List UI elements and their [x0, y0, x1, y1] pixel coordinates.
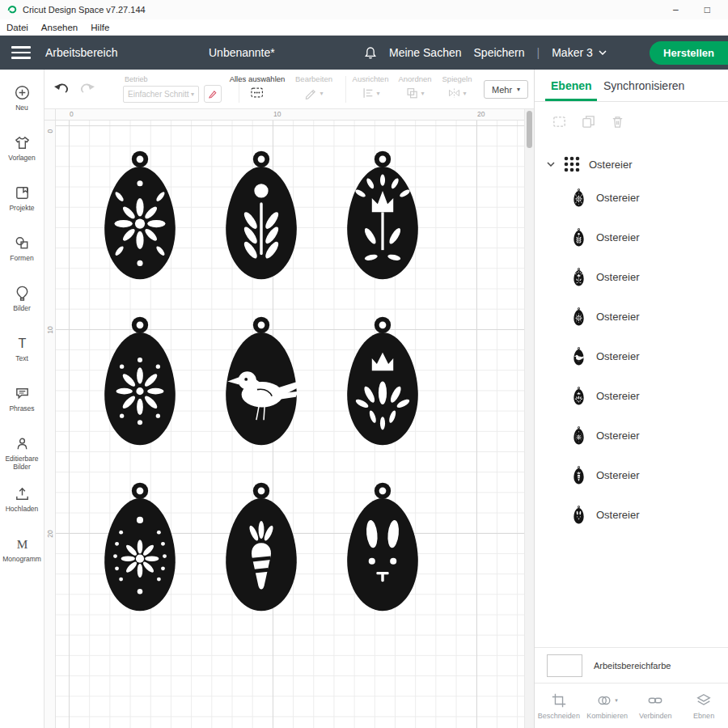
canvas-egg-tulip-teardrops[interactable]	[333, 315, 432, 454]
select-all-icon	[250, 87, 265, 99]
layer-group-ostereier[interactable]: Ostereier	[535, 150, 728, 178]
layer-row[interactable]: Ostereier	[535, 455, 728, 495]
arrange-menu-button[interactable]: Anordnen ▾	[398, 74, 431, 99]
sidebar-item-phrases[interactable]: Phrases	[0, 380, 44, 430]
chevron-down-icon: ▾	[191, 91, 194, 98]
hamburger-menu-icon[interactable]	[11, 46, 31, 59]
canvas-egg-flower-burst[interactable]	[91, 150, 189, 288]
canvas-vertical-scrollbar[interactable]	[524, 109, 534, 728]
canvas-egg-snowflake[interactable]	[91, 315, 189, 454]
tshirt-icon	[14, 134, 31, 151]
layer-row[interactable]: Ostereier	[535, 218, 728, 257]
more-button[interactable]: Mehr ▾	[484, 80, 528, 99]
sidebar-item-text[interactable]: T Text	[0, 330, 44, 380]
layers-panel: Ebenen Synchronisieren Ostereier Osterei…	[534, 70, 728, 728]
speech-bubble-icon	[14, 385, 31, 402]
trash-icon[interactable]	[610, 114, 625, 129]
tab-ebenen[interactable]: Ebenen	[551, 79, 592, 92]
window-minimize-button[interactable]: –	[673, 0, 679, 19]
layer-actions: Beschneiden ▾ Kombinieren Verbinden Ebne…	[535, 683, 728, 728]
mirror-icon	[447, 87, 460, 99]
layer-row[interactable]: Ostereier	[535, 376, 728, 416]
canvas-egg-bunny[interactable]	[333, 481, 432, 620]
window-maximize-button[interactable]: □	[705, 0, 710, 19]
undo-button[interactable]	[54, 81, 70, 94]
workspace-color-swatch[interactable]	[547, 654, 582, 677]
slice-button[interactable]: Beschneiden	[535, 684, 583, 728]
select-all-button[interactable]: Alles auswählen	[230, 74, 286, 99]
sidebar-item-monogramm[interactable]: M Monogramm	[0, 531, 44, 581]
bell-icon[interactable]	[364, 46, 377, 60]
operation-dropdown[interactable]: Einfacher Schnitt ▾	[123, 86, 199, 103]
duplicate-icon[interactable]	[581, 114, 596, 129]
canvas-egg-leaf-sprig[interactable]	[212, 150, 311, 288]
ruler-corner	[44, 109, 56, 121]
link-icon	[647, 692, 663, 709]
pen-color-button[interactable]	[204, 85, 222, 103]
make-it-button[interactable]: Herstellen	[650, 41, 728, 65]
group-select-icon[interactable]	[552, 114, 567, 129]
sidebar-item-vorlagen[interactable]: Vorlagen	[0, 129, 44, 180]
tab-synchronisieren[interactable]: Synchronisieren	[603, 79, 684, 92]
canvas-egg-tulip[interactable]	[333, 150, 432, 288]
save-button[interactable]: Speichern	[474, 46, 525, 59]
canvas-egg-bird[interactable]	[212, 315, 311, 454]
chevron-down-icon: ▾	[517, 86, 520, 93]
cricut-logo-icon	[6, 4, 18, 15]
layer-row[interactable]: Ostereier	[535, 416, 728, 455]
canvas-egg-dotted-flower[interactable]	[91, 481, 189, 620]
monogram-icon: M	[14, 535, 31, 552]
ruler-mark: 0	[70, 110, 74, 118]
combine-button[interactable]: ▾ Kombinieren	[583, 684, 632, 728]
panel-bottom: Arbeitsbereichfarbe Beschneiden ▾ Kombin…	[535, 647, 728, 728]
flatten-button[interactable]: Ebnen	[679, 684, 728, 728]
layer-row[interactable]: Ostereier	[535, 178, 728, 218]
plus-circle-icon	[14, 84, 31, 101]
document-title[interactable]: Unbenannte*	[209, 46, 275, 59]
sidebar-item-projekte[interactable]: Projekte	[0, 180, 44, 230]
ruler-mark: 10	[46, 323, 54, 337]
edit-menu-button[interactable]: Bearbeiten ▾	[295, 74, 332, 99]
sidebar-item-editierbare-bilder[interactable]: Editierbare Bilder	[0, 430, 44, 480]
layer-row[interactable]: Ostereier	[535, 336, 728, 376]
layer-thumbnail	[572, 188, 586, 208]
align-menu-button[interactable]: Ausrichten ▾	[353, 74, 389, 99]
horizontal-ruler: 0 10 20	[56, 109, 524, 121]
svg-text:M: M	[16, 537, 28, 551]
ruler-mark: 20	[477, 110, 485, 118]
workspace-color-label: Arbeitsbereichfarbe	[594, 661, 671, 671]
scrollbar-thumb[interactable]	[527, 111, 532, 148]
chevron-down-icon: ▾	[463, 90, 466, 97]
operation-value: Einfacher Schnitt	[128, 90, 189, 99]
shapes-icon	[14, 235, 31, 252]
layer-row[interactable]: Ostereier	[535, 297, 728, 336]
editable-image-person-icon	[14, 435, 31, 452]
chevron-down-icon: ▾	[320, 90, 323, 97]
ruler-mark: 10	[273, 110, 281, 118]
sidebar-item-hochladen[interactable]: Hochladen	[0, 480, 44, 531]
menu-hilfe[interactable]: Hilfe	[91, 23, 109, 32]
design-grid[interactable]	[56, 121, 524, 728]
my-stuff-button[interactable]: Meine Sachen	[389, 46, 462, 59]
machine-selector[interactable]: Maker 3	[552, 46, 607, 59]
redo-button[interactable]	[78, 81, 95, 94]
text-icon: T	[14, 335, 31, 352]
combine-icon	[596, 692, 612, 709]
menu-datei[interactable]: Datei	[6, 23, 28, 32]
mirror-menu-button[interactable]: Spiegeln ▾	[442, 74, 472, 99]
layer-thumbnail	[572, 506, 586, 525]
canvas-egg-carrot[interactable]	[212, 481, 311, 620]
sidebar-item-bilder[interactable]: Bilder	[0, 280, 44, 330]
sidebar-item-neu[interactable]: Neu	[0, 79, 44, 129]
work-area: Betrieb Einfacher Schnitt ▾ Alles auswäh…	[44, 70, 534, 728]
attach-button[interactable]: Verbinden	[632, 684, 680, 728]
slice-icon	[551, 692, 567, 709]
layer-thumbnail	[572, 466, 586, 485]
pencil-icon	[304, 87, 317, 99]
titlebar: Cricut Design Space v7.27.144 – □	[0, 0, 728, 19]
operation-label: Betrieb	[125, 75, 148, 83]
layer-row[interactable]: Ostereier	[535, 495, 728, 535]
layer-row[interactable]: Ostereier	[535, 257, 728, 297]
menu-ansehen[interactable]: Ansehen	[41, 23, 78, 32]
sidebar-item-formen[interactable]: Formen	[0, 230, 44, 280]
